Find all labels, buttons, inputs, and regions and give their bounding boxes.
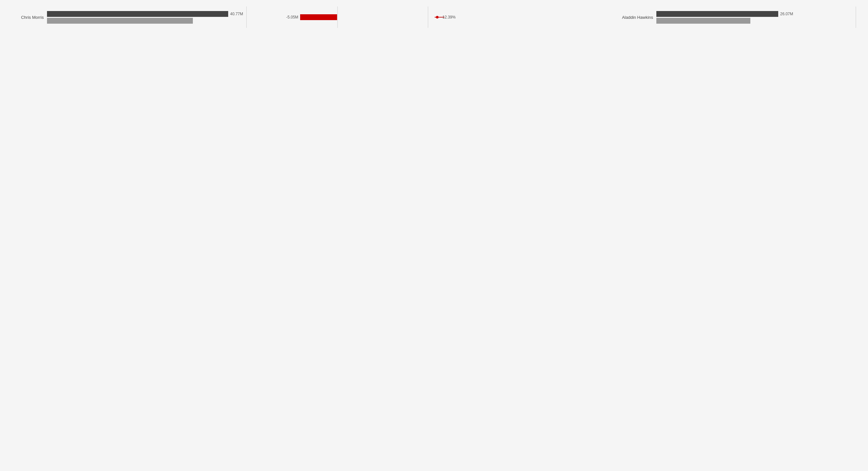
change-label: -5.05M xyxy=(286,15,298,20)
name-label: Chris Morris xyxy=(0,6,47,28)
main-bar xyxy=(656,11,778,17)
secondary-bar xyxy=(47,18,193,24)
pct-bar-cell: -12.39% xyxy=(428,6,609,28)
change-bar-cell: -5.05M xyxy=(246,6,428,28)
change-bar-cell: 10.73M xyxy=(856,6,868,28)
table-row: Chris Morris40.77M-5.05M-12.39% xyxy=(0,6,609,28)
table-row: Aladdin Hawkins26.07M10.73M69.98% xyxy=(609,6,868,28)
bar-value: 26.07M xyxy=(780,12,793,16)
pct-label: -12.39% xyxy=(441,15,456,20)
name-label: Aladdin Hawkins xyxy=(609,6,656,28)
change-bar-negative xyxy=(300,14,337,20)
bar-pair: 26.07M xyxy=(656,6,856,28)
main-bar xyxy=(47,11,228,17)
bar-value: 40.77M xyxy=(230,12,243,16)
secondary-bar xyxy=(656,18,750,24)
bar-pair: 40.77M xyxy=(47,6,246,28)
chart-container: Chris Morris40.77M-5.05M-12.39%Aladdin H… xyxy=(0,0,868,34)
